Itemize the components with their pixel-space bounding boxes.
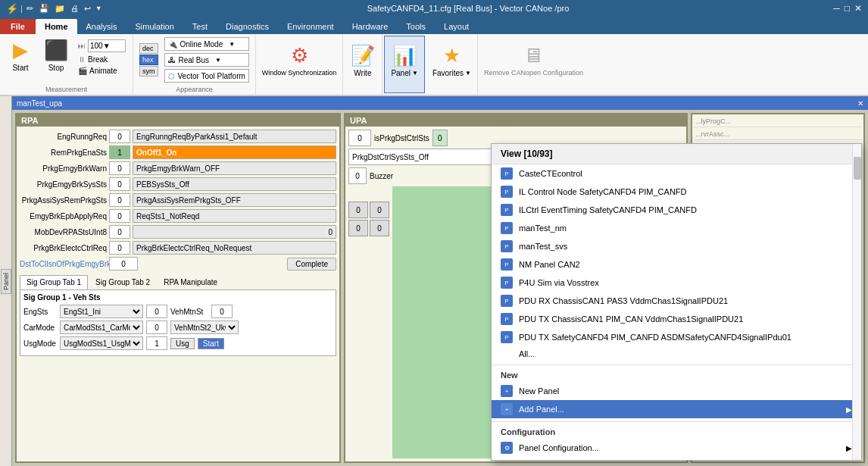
start-sig-button[interactable]: Start <box>198 338 224 349</box>
dropdown-item-5[interactable]: P manTest_svs <box>492 237 861 255</box>
sensor-btn-tl1[interactable]: 0 <box>348 202 368 218</box>
dropdown-item-2[interactable]: P IL Control Node SafetyCANFD4 PIM_CANFD <box>492 183 861 201</box>
quick-access-save[interactable]: 💾 <box>37 4 51 14</box>
rpa-manipulate-tab[interactable]: RPA Manipulate <box>157 275 224 289</box>
carmode-num[interactable] <box>146 321 167 334</box>
quick-access-dropdown[interactable]: ▼ <box>95 5 103 12</box>
close-btn[interactable]: ✕ <box>854 3 862 14</box>
vehmtnst2-combo[interactable]: VehMtnSt2_Ukw... <box>170 321 239 334</box>
dropdown-item-4[interactable]: P manTest_nm <box>492 219 861 237</box>
tab-simulation[interactable]: Simulation <box>126 19 183 34</box>
vehmtnst-num[interactable] <box>211 305 233 318</box>
row-prkgbrk-input[interactable] <box>109 241 130 255</box>
write-button[interactable]: 📝 Write <box>351 44 375 77</box>
hex-btn[interactable]: hex <box>139 55 158 65</box>
dropdown-item-3[interactable]: P ILCtrl EventTiming SafetyCANFD4 PIM_CA… <box>492 201 861 219</box>
row-prkgemgy2-input[interactable] <box>109 177 130 191</box>
panel-nav-label[interactable]: Panel <box>1 269 11 294</box>
dropdown-item-all[interactable]: All... <box>492 346 861 364</box>
tab-hardware[interactable]: Hardware <box>343 19 398 34</box>
favorites-button[interactable]: ★ Favorites ▼ <box>432 44 471 77</box>
tab-environment[interactable]: Environment <box>278 19 343 34</box>
row-engrunng-input[interactable] <box>109 130 130 143</box>
engsts-label: EngSts <box>23 308 57 316</box>
vector-tool-platform[interactable]: ⬡ Vector Tool Platform <box>164 69 249 83</box>
row-mobdev-label: MobDevRPAStsUInt8 <box>20 228 107 236</box>
maximize-btn[interactable]: □ <box>845 3 850 14</box>
real-bus-dropdown[interactable]: 🖧 Real Bus ▼ <box>164 53 249 67</box>
row-remprkg-input[interactable] <box>109 145 130 159</box>
panel-label: Panel ▼ <box>391 69 418 77</box>
row-prkgemgy1-text: PrkgEmgyBrkWarn_OFF <box>133 161 336 175</box>
write-icon: 📝 <box>351 44 375 67</box>
usgmode-num[interactable] <box>146 336 167 350</box>
panel-config-item[interactable]: ⚙ Panel Configuration... ▶ <box>492 439 861 460</box>
row-prkgassi-input[interactable] <box>109 193 130 207</box>
engsts-combo[interactable]: EngSt1_Ini <box>60 305 143 318</box>
upa-val1: 0 <box>352 134 367 142</box>
online-mode-icon: 🔌 <box>168 40 177 48</box>
quick-access-undo[interactable]: ↩ <box>83 4 92 14</box>
panel-dropdown-menu: View [10/93] P CasteCTEcontrol P IL Cont… <box>491 143 862 461</box>
dropdown-item-8[interactable]: P PDU RX ChassisCAN1 PAS3 VddmChas1Signa… <box>492 292 861 310</box>
tab-analysis[interactable]: Analysis <box>77 19 126 34</box>
quick-access-new[interactable]: ✏ <box>25 4 35 14</box>
sig-group-tab1[interactable]: Sig Group Tab 1 <box>20 275 88 289</box>
sym-btn[interactable]: sym <box>139 66 158 77</box>
step-combo[interactable]: 100▼ <box>88 39 126 52</box>
tab-layout[interactable]: Layout <box>435 19 478 34</box>
sig-group-header: Sig Group 1 - Veh Sts <box>23 293 333 302</box>
tab-test[interactable]: Test <box>183 19 217 34</box>
add-panel-item[interactable]: + Add Panel... ▶ <box>492 400 861 418</box>
step-icon: ⏭ <box>78 42 86 50</box>
usgmode-combo[interactable]: UsgModSts1_UsgM... <box>60 336 143 350</box>
tab-diagnostics[interactable]: Diagnostics <box>217 19 278 34</box>
vector-label: Vector Tool Platform <box>178 72 245 80</box>
engsts-num[interactable] <box>146 305 167 318</box>
usg-button[interactable]: Usg <box>170 338 195 349</box>
minimize-btn[interactable]: ─ <box>833 3 840 14</box>
sensor-btn-tr2[interactable]: 0 <box>370 220 389 236</box>
window-sync-button[interactable]: ⚙ Window Synchronization <box>262 44 337 77</box>
row-mobdev-input[interactable] <box>109 225 130 239</box>
panel-close-icon[interactable]: ✕ <box>857 99 863 108</box>
row-prkgemgy1-input[interactable] <box>109 161 130 175</box>
carmode-combo[interactable]: CarModSts1_CarMo... <box>60 321 143 334</box>
row-remprkg-label: RemPrkgEnaSts <box>20 149 107 157</box>
vehmtnst-label: VehMtnSt <box>170 308 208 316</box>
sensor-btn-tl2[interactable]: 0 <box>348 220 368 236</box>
tab-file[interactable]: File <box>0 19 36 34</box>
row-prkgbrk-text: PrkgBrkElectcCtrlReq_NoRequest <box>133 241 336 255</box>
quick-access-open[interactable]: 📁 <box>53 4 67 14</box>
panel-button[interactable]: 📊 Panel ▼ <box>391 44 418 77</box>
dropdown-item-7[interactable]: P P4U Sim via Vosstrex <box>492 274 861 292</box>
dropdown-item-6[interactable]: P NM Panel CAN2 <box>492 255 861 274</box>
sig-group-tab2[interactable]: Sig Group Tab 2 <box>89 275 157 289</box>
row-emgybrk-input[interactable] <box>109 209 130 223</box>
favorites-icon: ★ <box>443 44 461 67</box>
row-dst-input[interactable] <box>109 257 138 271</box>
upa-label3: Buzzer <box>370 172 393 180</box>
dropdown-item-10[interactable]: P PDU TX SafetyCANFD4 PIM_CANFD ASDMSafe… <box>492 328 861 346</box>
remove-canopen-label: Remove CANopen Configuration <box>484 69 583 77</box>
real-bus-icon: 🖧 <box>168 56 176 64</box>
start-button[interactable]: ▶ Start <box>5 37 36 73</box>
animate-button[interactable]: 🎬 Animate <box>76 66 128 76</box>
online-mode-dropdown[interactable]: 🔌 Online Mode ▼ <box>164 37 249 51</box>
new-panel-item[interactable]: + New Panel <box>492 382 861 400</box>
real-bus-arrow: ▼ <box>215 57 221 64</box>
break-label: Break <box>88 55 108 64</box>
dropdown-item-1[interactable]: P CasteCTEcontrol <box>492 164 861 183</box>
row-prkgemgy2-text: PEBSysSts_Off <box>133 177 336 191</box>
tab-tools[interactable]: Tools <box>397 19 435 34</box>
dec-label: dec <box>139 43 158 54</box>
step-button[interactable]: ⏭ 100▼ <box>76 39 128 53</box>
break-button[interactable]: ⏸ Break <box>76 55 128 64</box>
stop-button[interactable]: ⬛ Stop <box>39 37 73 73</box>
remove-canopen-button[interactable]: 🖥 Remove CANopen Configuration <box>484 44 583 77</box>
tab-home[interactable]: Home <box>36 19 77 34</box>
complete-button[interactable]: Complete <box>287 258 336 271</box>
dropdown-item-9[interactable]: P PDU TX ChassisCAN1 PIM_CAN VddmChas1Si… <box>492 310 861 328</box>
sensor-btn-tr1[interactable]: 0 <box>370 202 389 218</box>
quick-access-print[interactable]: 🖨 <box>69 4 80 13</box>
